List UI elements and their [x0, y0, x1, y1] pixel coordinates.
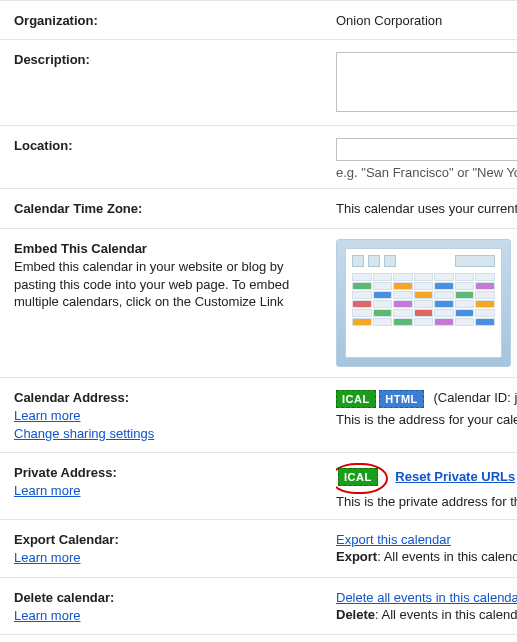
footer-bar: « Back to calendar Save Cancel [0, 635, 517, 642]
label-embed: Embed This Calendar [14, 241, 147, 256]
calendar-address-desc: This is the address for your calen [336, 412, 517, 427]
label-delete-calendar: Delete calendar: [14, 590, 114, 605]
label-location: Location: [14, 136, 336, 180]
row-export-calendar: Export Calendar: Learn more Export this … [0, 520, 517, 578]
link-reset-private-urls[interactable]: Reset Private URLs [395, 469, 515, 484]
badge-ical[interactable]: ICAL [336, 390, 376, 408]
row-description: Description: [0, 40, 517, 126]
delete-rest: : All events in this calendar [375, 607, 517, 622]
row-organization: Organization: Onion Corporation [0, 0, 517, 40]
row-calendar-address: Calendar Address: Learn more Change shar… [0, 378, 517, 453]
label-description: Description: [14, 50, 336, 67]
calendar-id-text: (Calendar ID: jame [433, 390, 517, 405]
value-organization: Onion Corporation [336, 11, 517, 28]
label-calendar-address: Calendar Address: [14, 390, 129, 405]
location-input[interactable] [336, 138, 517, 161]
link-delete-learn-more[interactable]: Learn more [14, 608, 80, 623]
link-delete-all-events[interactable]: Delete all events in this calendar [336, 590, 517, 605]
sub-embed: Embed this calendar in your website or b… [14, 258, 326, 311]
link-change-sharing-settings[interactable]: Change sharing settings [14, 426, 154, 441]
row-location: Location: e.g. "San Francisco" or "New Y… [0, 126, 517, 189]
export-desc: Export: All events in this calendar [336, 549, 517, 564]
row-embed: Embed This Calendar Embed this calendar … [0, 229, 517, 378]
row-timezone: Calendar Time Zone: This calendar uses y… [0, 189, 517, 229]
export-rest: : All events in this calendar [377, 549, 517, 564]
row-private-address: Private Address: Learn more ICAL Reset P… [0, 453, 517, 520]
highlight-circle-icon: ICAL [336, 463, 388, 494]
link-export-learn-more[interactable]: Learn more [14, 550, 80, 565]
value-timezone: This calendar uses your current ti [336, 199, 517, 216]
label-organization: Organization: [14, 11, 336, 28]
link-caladdr-learn-more[interactable]: Learn more [14, 408, 80, 423]
link-export-this-calendar[interactable]: Export this calendar [336, 532, 451, 547]
embed-preview-icon [336, 239, 511, 367]
description-textarea[interactable] [336, 52, 517, 112]
link-private-learn-more[interactable]: Learn more [14, 483, 80, 498]
label-private-address: Private Address: [14, 465, 117, 480]
label-export-calendar: Export Calendar: [14, 532, 119, 547]
badge-html[interactable]: HTML [379, 390, 424, 408]
export-bold-prefix: Export [336, 549, 377, 564]
badge-private-ical[interactable]: ICAL [338, 468, 378, 486]
row-delete-calendar: Delete calendar: Learn more Delete all e… [0, 578, 517, 636]
private-address-desc: This is the private address for this [336, 494, 517, 509]
delete-bold-prefix: Delete [336, 607, 375, 622]
location-hint: e.g. "San Francisco" or "New York [336, 165, 517, 180]
label-timezone: Calendar Time Zone: [14, 199, 336, 216]
delete-desc: Delete: All events in this calendar [336, 607, 517, 622]
